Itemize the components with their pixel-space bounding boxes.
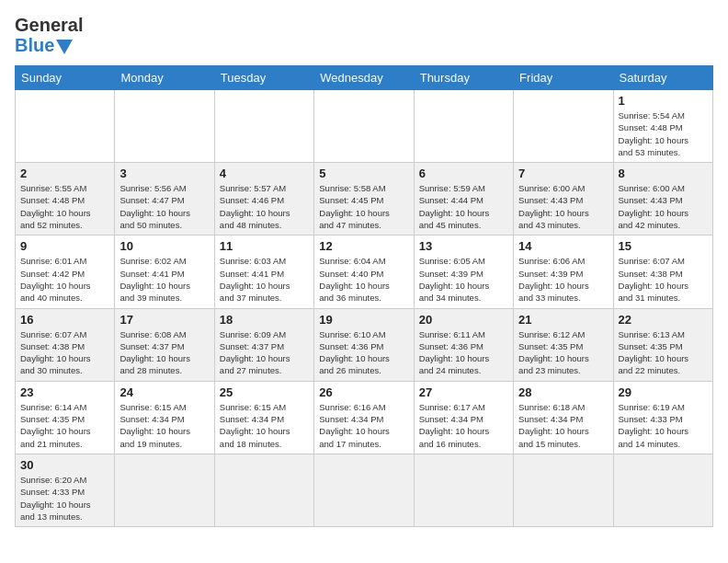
day-number: 15 [619,239,708,253]
calendar-cell: 25Sunrise: 6:15 AM Sunset: 4:34 PM Dayli… [214,381,313,454]
calendar-cell: 23Sunrise: 6:14 AM Sunset: 4:35 PM Dayli… [16,381,115,454]
day-info: Sunrise: 6:05 AM Sunset: 4:39 PM Dayligh… [419,255,508,304]
calendar-week-row: 2Sunrise: 5:55 AM Sunset: 4:48 PM Daylig… [16,163,713,236]
day-number: 29 [619,385,708,399]
calendar-cell [314,90,414,163]
calendar-cell: 5Sunrise: 5:58 AM Sunset: 4:45 PM Daylig… [314,163,414,236]
calendar-cell [613,454,712,526]
calendar-week-row: 30Sunrise: 6:20 AM Sunset: 4:33 PM Dayli… [16,454,713,526]
day-number: 20 [419,313,508,327]
calendar-cell: 28Sunrise: 6:18 AM Sunset: 4:34 PM Dayli… [514,381,613,454]
day-number: 11 [220,239,309,253]
day-info: Sunrise: 5:55 AM Sunset: 4:48 PM Dayligh… [20,182,109,231]
calendar-cell: 27Sunrise: 6:17 AM Sunset: 4:34 PM Dayli… [414,381,513,454]
day-info: Sunrise: 5:58 AM Sunset: 4:45 PM Dayligh… [319,182,408,231]
day-number: 5 [319,167,408,180]
day-number: 30 [20,458,109,472]
calendar-cell [314,454,414,526]
svg-marker-0 [56,40,73,54]
weekday-header-row: SundayMondayTuesdayWednesdayThursdayFrid… [16,66,713,90]
weekday-header-tuesday: Tuesday [214,66,313,90]
calendar-cell: 18Sunrise: 6:09 AM Sunset: 4:37 PM Dayli… [214,308,313,381]
day-number: 6 [419,167,508,180]
calendar-cell: 26Sunrise: 6:16 AM Sunset: 4:34 PM Dayli… [314,381,414,454]
calendar-week-row: 9Sunrise: 6:01 AM Sunset: 4:42 PM Daylig… [16,236,713,308]
day-info: Sunrise: 6:00 AM Sunset: 4:43 PM Dayligh… [518,182,608,231]
calendar-cell [414,90,513,163]
logo: General Blue [15,15,83,56]
day-number: 23 [20,385,109,399]
day-info: Sunrise: 5:56 AM Sunset: 4:47 PM Dayligh… [119,182,209,231]
calendar-cell: 12Sunrise: 6:04 AM Sunset: 4:40 PM Dayli… [314,236,414,308]
day-info: Sunrise: 6:07 AM Sunset: 4:38 PM Dayligh… [20,328,109,377]
day-number: 14 [518,239,608,253]
day-number: 16 [20,313,109,327]
day-number: 26 [319,385,408,399]
calendar-cell: 6Sunrise: 5:59 AM Sunset: 4:44 PM Daylig… [414,163,513,236]
calendar-table: SundayMondayTuesdayWednesdayThursdayFrid… [15,65,713,527]
calendar-cell [514,454,613,526]
day-number: 12 [319,239,408,253]
calendar-cell: 17Sunrise: 6:08 AM Sunset: 4:37 PM Dayli… [115,308,214,381]
calendar-cell: 14Sunrise: 6:06 AM Sunset: 4:39 PM Dayli… [514,236,613,308]
day-info: Sunrise: 6:04 AM Sunset: 4:40 PM Dayligh… [319,255,408,304]
day-info: Sunrise: 6:06 AM Sunset: 4:39 PM Dayligh… [518,255,608,304]
day-number: 8 [619,167,708,180]
calendar-cell [16,90,115,163]
weekday-header-sunday: Sunday [16,66,115,90]
day-number: 17 [119,313,209,327]
calendar-cell: 8Sunrise: 6:00 AM Sunset: 4:43 PM Daylig… [613,163,712,236]
calendar-cell: 11Sunrise: 6:03 AM Sunset: 4:41 PM Dayli… [214,236,313,308]
day-info: Sunrise: 6:10 AM Sunset: 4:36 PM Dayligh… [319,328,408,377]
calendar-cell: 21Sunrise: 6:12 AM Sunset: 4:35 PM Dayli… [514,308,613,381]
calendar-cell: 3Sunrise: 5:56 AM Sunset: 4:47 PM Daylig… [115,163,214,236]
day-number: 4 [220,167,309,180]
day-info: Sunrise: 6:03 AM Sunset: 4:41 PM Dayligh… [220,255,309,304]
day-number: 25 [220,385,309,399]
day-info: Sunrise: 5:57 AM Sunset: 4:46 PM Dayligh… [220,182,309,231]
calendar-cell: 30Sunrise: 6:20 AM Sunset: 4:33 PM Dayli… [16,454,115,526]
day-info: Sunrise: 5:59 AM Sunset: 4:44 PM Dayligh… [419,182,508,231]
day-number: 18 [220,313,309,327]
day-info: Sunrise: 6:19 AM Sunset: 4:33 PM Dayligh… [619,401,708,450]
calendar-cell: 16Sunrise: 6:07 AM Sunset: 4:38 PM Dayli… [16,308,115,381]
day-number: 27 [419,385,508,399]
calendar-cell: 22Sunrise: 6:13 AM Sunset: 4:35 PM Dayli… [613,308,712,381]
day-info: Sunrise: 6:07 AM Sunset: 4:38 PM Dayligh… [619,255,708,304]
day-number: 13 [419,239,508,253]
day-info: Sunrise: 6:09 AM Sunset: 4:37 PM Dayligh… [220,328,309,377]
calendar-cell: 2Sunrise: 5:55 AM Sunset: 4:48 PM Daylig… [16,163,115,236]
calendar-cell [115,454,214,526]
day-info: Sunrise: 6:20 AM Sunset: 4:33 PM Dayligh… [20,474,109,523]
weekday-header-saturday: Saturday [613,66,712,90]
calendar-cell: 19Sunrise: 6:10 AM Sunset: 4:36 PM Dayli… [314,308,414,381]
weekday-header-friday: Friday [514,66,613,90]
day-info: Sunrise: 6:15 AM Sunset: 4:34 PM Dayligh… [119,401,209,450]
day-number: 24 [119,385,209,399]
day-number: 2 [20,167,109,180]
day-info: Sunrise: 6:14 AM Sunset: 4:35 PM Dayligh… [20,401,109,450]
day-number: 19 [319,313,408,327]
triangle-icon [56,40,73,54]
day-info: Sunrise: 6:02 AM Sunset: 4:41 PM Dayligh… [119,255,209,304]
calendar-cell [514,90,613,163]
day-number: 9 [20,239,109,253]
weekday-header-thursday: Thursday [414,66,513,90]
calendar-cell: 7Sunrise: 6:00 AM Sunset: 4:43 PM Daylig… [514,163,613,236]
calendar-cell: 9Sunrise: 6:01 AM Sunset: 4:42 PM Daylig… [16,236,115,308]
day-number: 1 [619,94,708,108]
calendar-week-row: 16Sunrise: 6:07 AM Sunset: 4:38 PM Dayli… [16,308,713,381]
calendar-cell [414,454,513,526]
calendar-cell: 15Sunrise: 6:07 AM Sunset: 4:38 PM Dayli… [613,236,712,308]
calendar-cell: 20Sunrise: 6:11 AM Sunset: 4:36 PM Dayli… [414,308,513,381]
calendar-cell [214,454,313,526]
calendar-cell: 29Sunrise: 6:19 AM Sunset: 4:33 PM Dayli… [613,381,712,454]
calendar-week-row: 1Sunrise: 5:54 AM Sunset: 4:48 PM Daylig… [16,90,713,163]
day-info: Sunrise: 6:08 AM Sunset: 4:37 PM Dayligh… [119,328,209,377]
page-header: General Blue [15,15,713,56]
calendar-cell: 10Sunrise: 6:02 AM Sunset: 4:41 PM Dayli… [115,236,214,308]
day-number: 21 [518,313,608,327]
day-info: Sunrise: 6:13 AM Sunset: 4:35 PM Dayligh… [619,328,708,377]
day-info: Sunrise: 6:15 AM Sunset: 4:34 PM Dayligh… [220,401,309,450]
calendar-cell: 1Sunrise: 5:54 AM Sunset: 4:48 PM Daylig… [613,90,712,163]
